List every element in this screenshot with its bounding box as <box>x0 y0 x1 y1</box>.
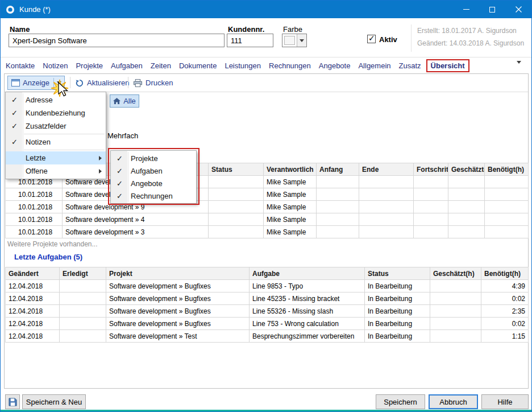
window-bottom-strip <box>1 410 531 411</box>
column-header[interactable]: Status <box>209 163 264 176</box>
aktualisieren-button[interactable]: Aktualisieren <box>76 76 129 90</box>
menu-item-offene[interactable]: Offene <box>6 164 106 178</box>
tasks-table-body: 12.04.2018Software development » Bugfixe… <box>6 280 529 343</box>
floppy-disk-icon <box>9 398 17 406</box>
aktiv-checkbox[interactable] <box>367 35 376 43</box>
tab-dokumente[interactable]: Dokumente <box>175 59 221 72</box>
table-cell <box>430 330 481 343</box>
table-cell: In Bearbeitung <box>365 280 430 292</box>
annotation-box-submenu <box>108 148 200 205</box>
tasks-table-header: GeändertErledigtProjektAufgabeStatusGesc… <box>6 267 529 280</box>
table-cell: 1:15 <box>481 330 529 343</box>
menu-item-letzte[interactable]: Letzte <box>6 151 106 164</box>
tab-rechnungen[interactable]: Rechnungen <box>265 59 315 72</box>
kundennr-label: Kundennr. <box>228 25 264 34</box>
speichern-neu-button[interactable]: Speichern & Neu <box>22 394 86 409</box>
table-cell: 0:02 <box>481 292 529 305</box>
tab-allgemein[interactable]: Allgemein <box>354 59 394 72</box>
column-header[interactable]: Status <box>365 267 430 280</box>
table-row[interactable]: 10.01.2018Software development » 4Mike S… <box>6 213 529 226</box>
column-header[interactable]: Benötigt(h) <box>481 267 529 280</box>
table-cell <box>359 226 414 238</box>
menu-separator <box>24 134 105 134</box>
tab-zusatz[interactable]: Zusatz <box>395 59 425 72</box>
column-header[interactable]: Fortschritt <box>414 163 448 176</box>
submenu-arrow-icon <box>99 169 102 174</box>
column-header[interactable]: Aufgabe <box>250 267 365 280</box>
tab-notizen[interactable]: Notizen <box>39 59 72 72</box>
chevron-down-icon <box>517 61 521 73</box>
anzeige-label: Anzeige <box>23 79 49 87</box>
tab-zeiten[interactable]: Zeiten <box>147 59 175 72</box>
column-header[interactable]: Geschätzt(h) <box>430 267 481 280</box>
checkmark-icon <box>6 122 23 130</box>
column-header[interactable]: Ende <box>359 163 414 176</box>
tab-angebote[interactable]: Angebote <box>315 59 355 72</box>
tab-uebersicht[interactable]: Übersicht <box>426 59 469 72</box>
table-cell: Mike Sample <box>264 176 317 188</box>
menu-item-label: Zusatzfelder <box>23 122 66 130</box>
tab-bar: Kontakte Notizen Projekte Aufgaben Zeite… <box>2 57 469 73</box>
column-header[interactable]: Geschätzt(h) <box>448 163 485 176</box>
window-panel-icon <box>11 79 20 86</box>
table-cell <box>359 176 414 188</box>
menu-item-kundenbeziehung[interactable]: Kundenbeziehung <box>6 106 106 120</box>
table-cell <box>430 305 481 318</box>
table-row[interactable]: 12.04.2018Software development » Bugfixe… <box>6 280 529 292</box>
table-row[interactable]: 10.01.2018Software development » 3Mike S… <box>6 226 529 238</box>
menu-item-notizen[interactable]: Notizen <box>6 135 106 149</box>
column-header[interactable]: Erledigt <box>60 267 106 280</box>
aktualisieren-label: Aktualisieren <box>87 79 129 87</box>
column-header[interactable]: Benötigt(h) <box>485 163 529 176</box>
hilfe-button[interactable]: Hilfe <box>481 394 529 409</box>
table-cell: Besprechungszimmer vorbereiten <box>250 330 365 343</box>
table-cell <box>359 188 414 201</box>
table-cell: Software development » Bugfixes <box>106 280 250 292</box>
menu-item-zusatzfelder[interactable]: Zusatzfelder <box>6 120 106 133</box>
name-input[interactable] <box>9 34 225 47</box>
created-text: Erstellt: 18.01.2017 A. Sigurdson <box>417 27 517 35</box>
tab-overflow-button[interactable] <box>517 64 521 74</box>
table-cell <box>209 188 264 201</box>
maximize-button[interactable] <box>479 1 505 18</box>
farbe-label: Farbe <box>283 25 302 34</box>
save-icon-button[interactable] <box>5 394 20 409</box>
table-cell <box>60 305 106 318</box>
table-row[interactable]: 12.04.2018Software development » TestBes… <box>6 330 529 343</box>
tab-projekte[interactable]: Projekte <box>72 59 107 72</box>
table-cell: Line 9853 - Typo <box>250 280 365 292</box>
table-row[interactable]: 12.04.2018Software development » Bugfixe… <box>6 305 529 318</box>
table-cell <box>60 280 106 292</box>
table-cell <box>317 188 359 201</box>
column-header[interactable]: Geändert <box>6 267 60 280</box>
table-cell: In Bearbeitung <box>365 292 430 305</box>
window-title: Kunde (*) <box>19 5 51 14</box>
column-header[interactable]: Anfang <box>317 163 359 176</box>
tab-kontakte[interactable]: Kontakte <box>2 59 39 72</box>
table-cell: 2:35 <box>481 305 529 318</box>
table-row[interactable]: 10.01.2018Software development » 9Mike S… <box>6 201 529 213</box>
kundennr-input[interactable] <box>227 34 273 47</box>
column-header[interactable]: Verantwortlich <box>264 163 317 176</box>
speichern-button[interactable]: Speichern <box>376 394 425 409</box>
abbruch-button[interactable]: Abbruch <box>429 394 478 409</box>
column-header[interactable]: Projekt <box>106 267 250 280</box>
name-label: Name <box>10 25 30 34</box>
farbe-dropdown[interactable] <box>282 34 307 47</box>
table-cell <box>448 213 485 226</box>
table-row[interactable]: 10.01.2018Software develoMike Sample <box>6 188 529 201</box>
tab-leistungen[interactable]: Leistungen <box>221 59 265 72</box>
minimize-button[interactable] <box>453 1 479 18</box>
table-cell <box>448 188 485 201</box>
alle-label: Alle <box>123 97 136 105</box>
drucken-button[interactable]: Drucken <box>134 76 173 90</box>
table-cell: Mike Sample <box>264 188 317 201</box>
table-cell <box>430 292 481 305</box>
alle-filter-button[interactable]: Alle <box>110 94 139 108</box>
chevron-down-icon <box>300 39 304 42</box>
table-row[interactable]: 12.04.2018Software development » Bugfixe… <box>6 292 529 305</box>
farbe-dropdown-button[interactable] <box>297 34 306 47</box>
tab-aufgaben[interactable]: Aufgaben <box>107 59 147 72</box>
table-row[interactable]: 12.04.2018Software development » Bugfixe… <box>6 318 529 330</box>
close-button[interactable] <box>505 1 531 18</box>
